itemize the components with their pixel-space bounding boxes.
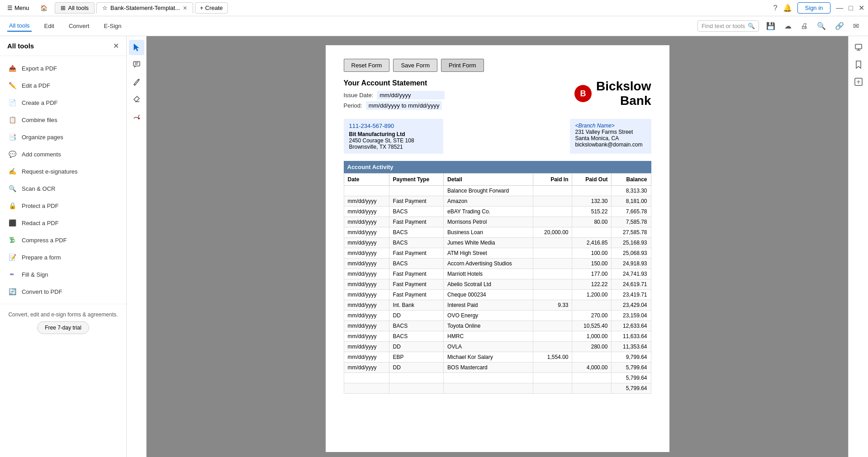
share-icon[interactable]: ✉ <box>851 20 861 32</box>
link-icon[interactable]: 🔗 <box>833 20 846 32</box>
upload-icon[interactable]: ☁ <box>783 20 793 32</box>
combine-files-label: Combine files <box>22 117 57 123</box>
plus-icon: + <box>200 5 204 11</box>
tab-all-tools[interactable]: All tools <box>7 20 32 32</box>
tab-star-icon: ☆ <box>102 5 108 11</box>
tool-convert-pdf[interactable]: 🔄 Convert to PDF <box>0 283 126 300</box>
titlebar-right: ? 🔔 Sign in — □ ✕ <box>773 2 864 14</box>
tool-export-pdf[interactable]: 📤 Export a PDF <box>0 60 126 77</box>
tool-request-esig[interactable]: ✍ Request e-signatures <box>0 163 126 180</box>
col-balance: Balance <box>612 174 651 186</box>
sign-tool[interactable] <box>129 108 144 124</box>
table-row: mm/dd/yyyyBACSAccorn Advertising Studios… <box>344 259 651 269</box>
print-icon[interactable]: 🖨 <box>799 20 810 32</box>
tool-combine-files[interactable]: 📋 Combine files <box>0 111 126 128</box>
bank-logo-icon: B <box>574 85 592 102</box>
right-panel <box>848 36 868 457</box>
request-esig-icon: ✍ <box>7 166 17 176</box>
tool-protect-pdf[interactable]: 🔒 Protect a PDF <box>0 197 126 214</box>
save-icon[interactable]: 💾 <box>764 20 777 32</box>
tab-convert[interactable]: Convert <box>67 21 91 31</box>
account-number: 111-234-567-890 <box>349 122 438 129</box>
edit-pdf-label: Edit a PDF <box>22 82 50 89</box>
all-tools-tab[interactable]: ⊞ All tools <box>55 2 95 14</box>
create-pdf-icon: 📄 <box>7 98 17 108</box>
print-form-button[interactable]: Print Form <box>441 59 484 72</box>
bookmarks-icon <box>854 60 863 69</box>
bank-logo: B BickslowBank <box>574 79 651 108</box>
annotations-icon <box>854 43 863 52</box>
menu-button[interactable]: ☰ Menu <box>4 3 33 13</box>
panel-close-button[interactable]: ✕ <box>113 42 119 50</box>
transaction-body: Balance Brought Forward8,313.30mm/dd/yyy… <box>344 186 651 394</box>
convert-pdf-icon: 🔄 <box>7 287 17 297</box>
footer-text: Convert, edit and e-sign forms & agreeme… <box>7 311 119 318</box>
form-buttons: Reset Form Save Form Print Form <box>344 59 651 72</box>
comment-tool[interactable] <box>129 57 144 72</box>
table-title: Account Activity <box>344 161 651 173</box>
branch-address-box: <Branch Name> 231 Valley Farms Street Sa… <box>570 119 651 154</box>
tool-prepare-form[interactable]: 📝 Prepare a form <box>0 249 126 266</box>
home-icon: 🏠 <box>40 5 47 11</box>
titlebar: ☰ Menu 🏠 ⊞ All tools ☆ Bank-Statement-Te… <box>0 0 868 16</box>
tab-edit[interactable]: Edit <box>43 21 56 31</box>
create-button[interactable]: + Create <box>195 2 228 14</box>
home-button[interactable]: 🏠 <box>37 3 51 13</box>
panel-footer: Convert, edit and e-sign forms & agreeme… <box>0 304 126 341</box>
trial-button[interactable]: Free 7-day trial <box>37 321 89 334</box>
table-row: mm/dd/yyyyFast PaymentAmazon132.308,181.… <box>344 196 651 207</box>
request-esig-label: Request e-signatures <box>22 168 78 175</box>
scan-ocr-icon: 🔍 <box>7 184 17 193</box>
zoom-icon[interactable]: 🔍 <box>815 20 828 32</box>
tab-esign[interactable]: E-Sign <box>102 21 123 31</box>
document-tab[interactable]: ☆ Bank-Statement-Templat... ✕ <box>96 2 193 14</box>
table-row: mm/dd/yyyyBACSBusiness Loan20,000.0027,5… <box>344 227 651 238</box>
table-row: mm/dd/yyyyBACSJumes White Media2,416.852… <box>344 238 651 248</box>
maximize-icon[interactable]: □ <box>849 4 853 12</box>
notification-icon[interactable]: 🔔 <box>783 4 792 12</box>
issue-date-value[interactable]: mm/dd/yyyy <box>377 91 445 99</box>
pen-tool[interactable] <box>129 74 144 90</box>
table-row: mm/dd/yyyyBACSHMRC1,000.0011,633.64 <box>344 331 651 342</box>
pdf-page: Reset Form Save Form Print Form Your Acc… <box>326 45 669 452</box>
tool-create-pdf[interactable]: 📄 Create a PDF <box>0 94 126 111</box>
address-section: 111-234-567-890 Bit Manufacturing Ltd 24… <box>344 119 651 154</box>
annotations-button[interactable] <box>851 40 866 55</box>
organize-pages-label: Organize pages <box>22 134 63 141</box>
share-panel-button[interactable] <box>851 74 866 90</box>
window-close-icon[interactable]: ✕ <box>859 4 864 12</box>
period-value[interactable]: mm/dd/yyyy to mm/dd/yyyy <box>366 101 442 110</box>
tab-close-button[interactable]: ✕ <box>183 5 187 11</box>
combine-files-icon: 📋 <box>7 115 17 125</box>
table-row: 5,799.64 <box>344 383 651 394</box>
tool-edit-pdf[interactable]: ✏️ Edit a PDF <box>0 77 126 94</box>
svg-rect-8 <box>855 44 862 49</box>
comment-icon <box>133 61 141 69</box>
table-header-row: Date Payment Type Detail Paid In Paid Ou… <box>344 174 651 186</box>
tool-organize-pages[interactable]: 📑 Organize pages <box>0 128 126 146</box>
reset-form-button[interactable]: Reset Form <box>344 59 390 72</box>
left-panel: All tools ✕ 📤 Export a PDF ✏️ Edit a PDF… <box>0 36 127 457</box>
help-icon[interactable]: ? <box>773 4 778 12</box>
eraser-tool[interactable] <box>129 91 144 107</box>
branch-address1: 231 Valley Farms Street <box>575 129 646 135</box>
add-comments-icon: 💬 <box>7 149 17 159</box>
table-row: mm/dd/yyyyFast PaymentCheque 0002341,200… <box>344 290 651 300</box>
tool-compress-pdf[interactable]: 🗜 Compress a PDF <box>0 231 126 249</box>
save-form-button[interactable]: Save Form <box>393 59 437 72</box>
tool-scan-ocr[interactable]: 🔍 Scan & OCR <box>0 180 126 197</box>
cursor-tool[interactable] <box>129 40 144 55</box>
table-row: mm/dd/yyyyEBPMichael Kor Salary1,554.009… <box>344 352 651 363</box>
sign-in-button[interactable]: Sign in <box>797 2 831 14</box>
hamburger-icon: ☰ <box>7 5 13 11</box>
minimize-icon[interactable]: — <box>836 4 843 12</box>
search-icon: 🔍 <box>748 23 755 29</box>
table-row: mm/dd/yyyyDDBOS Mastercard4,000.005,799.… <box>344 363 651 373</box>
content-area: Reset Form Save Form Print Form Your Acc… <box>147 36 848 457</box>
bookmarks-button[interactable] <box>851 57 866 72</box>
find-text-input[interactable]: Find text or tools 🔍 <box>697 20 759 32</box>
tool-fill-sign[interactable]: ✒ Fill & Sign <box>0 266 126 283</box>
share-panel-icon <box>854 77 863 86</box>
tool-redact-pdf[interactable]: ⬛ Redact a PDF <box>0 214 126 231</box>
tool-add-comments[interactable]: 💬 Add comments <box>0 146 126 163</box>
